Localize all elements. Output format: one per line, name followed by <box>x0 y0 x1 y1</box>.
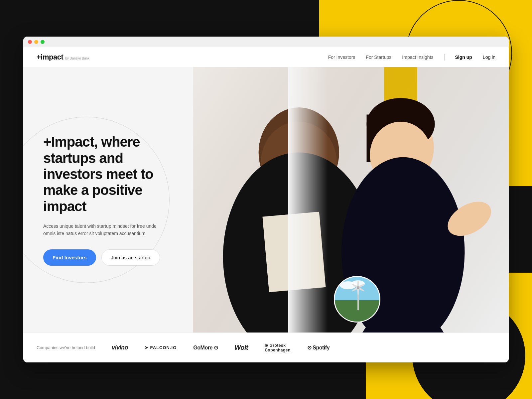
hero-small-circle <box>334 276 380 323</box>
close-dot[interactable] <box>28 40 32 44</box>
svg-point-25 <box>357 286 359 289</box>
window-titlebar <box>23 37 509 47</box>
find-investors-button[interactable]: Find Investors <box>43 249 96 266</box>
company-wolt: Wolt <box>234 344 248 351</box>
hero-buttons: Find Investors Join as an startup <box>43 249 176 266</box>
companies-label: Companies we've helped build <box>37 345 95 350</box>
companies-bar: Companies we've helped build vivino ➤ FA… <box>23 332 509 362</box>
company-vivino: vivino <box>112 344 128 351</box>
logo[interactable]: +impact by Danske Bank <box>37 53 89 62</box>
hero-content: +Impact, where startups and investors me… <box>23 114 196 285</box>
nav-for-startups[interactable]: For Startups <box>366 55 391 60</box>
logo-subtext: by Danske Bank <box>65 57 89 60</box>
logo-text: +impact <box>37 53 63 62</box>
company-falcon: ➤ FALCON.IO <box>145 345 177 350</box>
navbar: +impact by Danske Bank For Investors For… <box>23 47 509 67</box>
hero-title: +Impact, where startups and investors me… <box>43 134 176 214</box>
browser-window: +impact by Danske Bank For Investors For… <box>23 37 509 362</box>
company-grotesk: ⊙ GroteskCopenhagen <box>265 343 291 352</box>
nav-signup[interactable]: Sign up <box>455 55 472 60</box>
hero-subtitle: Access unique talent with startup mindse… <box>43 222 170 237</box>
company-gomore: GoMore ⊙ <box>193 344 218 351</box>
nav-divider <box>444 54 445 61</box>
company-spotify: ⊙ Spotify <box>307 344 330 351</box>
nav-login[interactable]: Log in <box>483 55 495 60</box>
nav-links: For Investors For Startups Impact Insigh… <box>328 54 495 61</box>
nav-impact-insights[interactable]: Impact Insights <box>402 55 433 60</box>
hero-fade <box>288 67 328 332</box>
join-startup-button[interactable]: Join as an startup <box>101 249 160 266</box>
nav-for-investors[interactable]: For Investors <box>328 55 355 60</box>
hero-illustration <box>193 67 509 332</box>
maximize-dot[interactable] <box>41 40 45 44</box>
hero-section: +Impact, where startups and investors me… <box>23 67 509 332</box>
minimize-dot[interactable] <box>34 40 38 44</box>
company-logos: vivino ➤ FALCON.IO GoMore ⊙ Wolt ⊙ Grote… <box>112 343 495 352</box>
